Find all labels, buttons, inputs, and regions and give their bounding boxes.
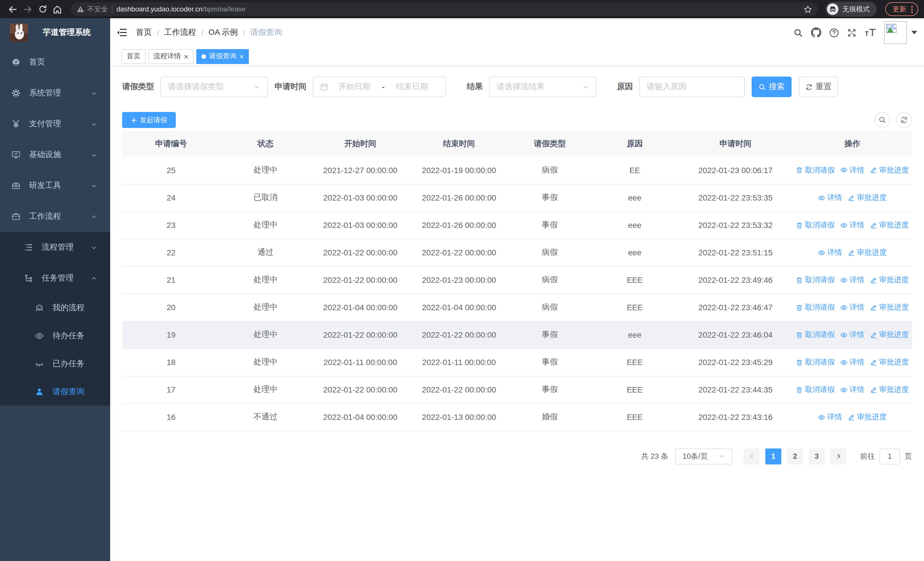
app-logo[interactable]: 芋道管理系统 (0, 18, 110, 47)
search-button[interactable]: 搜索 (752, 77, 792, 97)
table-row[interactable]: 20处理中2022-01-04 00:00:002022-01-04 00:00… (122, 294, 912, 321)
reset-button[interactable]: 重置 (799, 77, 838, 97)
action-progress-link[interactable]: 审批进度 (848, 193, 886, 203)
cell-actions: 详情审批进度 (793, 184, 912, 211)
address-bar[interactable]: 不安全 dashboard.yudao.iocoder.cn/bpm/oa/le… (71, 2, 818, 16)
sidebar-item-home[interactable]: 首页 (0, 47, 110, 78)
tab-home[interactable]: 首页 (122, 49, 146, 64)
action-detail-link[interactable]: 详情 (840, 357, 864, 367)
browser-back-icon[interactable] (8, 4, 18, 14)
cell-status: 处理中 (220, 266, 311, 294)
create-leave-button[interactable]: 发起请假 (122, 112, 176, 128)
goto-page-input[interactable]: 1 (879, 448, 900, 464)
action-progress-link[interactable]: 审批进度 (870, 302, 909, 313)
breadcrumb-item[interactable]: OA 示例 (208, 27, 238, 38)
action-cancel-link[interactable]: 取消请假 (796, 302, 835, 313)
table-row[interactable]: 21处理中2022-01-22 00:00:002022-01-23 00:00… (122, 266, 912, 294)
action-progress-link[interactable]: 审批进度 (870, 357, 909, 367)
close-icon[interactable]: × (184, 52, 188, 60)
page-button-3[interactable]: 3 (809, 448, 825, 464)
browser-forward-icon[interactable] (23, 4, 33, 14)
avatar-caret-icon[interactable] (912, 31, 917, 34)
table-row[interactable]: 23处理中2022-01-03 00:00:002022-01-26 00:00… (122, 211, 912, 239)
cell-end: 2022-01-22 00:00:00 (410, 321, 508, 349)
table-row[interactable]: 22通过2022-01-22 00:00:002022-01-22 00:00:… (122, 239, 912, 266)
end-date-placeholder: 结束日期 (386, 82, 438, 92)
chevron-down-icon (582, 83, 589, 90)
browser-reload-icon[interactable] (38, 4, 47, 14)
breadcrumb-item[interactable]: 工作流程 (164, 27, 196, 38)
bookmark-star-icon[interactable] (804, 5, 812, 14)
action-detail-link[interactable]: 详情 (818, 193, 842, 203)
action-progress-link[interactable]: 审批进度 (870, 220, 909, 230)
action-detail-link[interactable]: 详情 (818, 412, 842, 422)
sidebar-item-system[interactable]: 系统管理 (0, 78, 110, 108)
close-icon[interactable]: × (239, 52, 244, 60)
tab-leave-query[interactable]: 请假查询× (196, 49, 249, 64)
tab-process-detail[interactable]: 流程详情× (148, 49, 194, 64)
breadcrumb-item[interactable]: 首页 (136, 27, 152, 38)
table-row[interactable]: 18处理中2022-01-11 00:00:002022-01-11 00:00… (122, 349, 912, 376)
github-icon[interactable] (811, 27, 821, 38)
reason-input[interactable]: 请输入原因 (639, 77, 745, 97)
toggle-search-button[interactable] (874, 112, 890, 128)
action-detail-link[interactable]: 详情 (840, 275, 864, 285)
action-detail-link[interactable]: 详情 (840, 329, 864, 340)
leave-type-select[interactable]: 请选择请假类型 (160, 77, 268, 97)
sidebar-item-label: 研发工具 (29, 180, 61, 191)
browser-home-icon[interactable] (52, 4, 62, 14)
sidebar-toggle-icon[interactable] (117, 28, 127, 37)
pen-icon (870, 167, 878, 174)
table-row[interactable]: 19处理中2022-01-22 00:00:002022-01-22 00:00… (122, 321, 912, 349)
action-cancel-link[interactable]: 取消请假 (796, 165, 835, 175)
action-progress-link[interactable]: 审批进度 (870, 385, 909, 395)
action-progress-link[interactable]: 审批进度 (870, 329, 909, 340)
action-progress-link[interactable]: 审批进度 (870, 165, 909, 175)
browser-menu-kebab-icon[interactable] (911, 5, 913, 14)
action-cancel-link[interactable]: 取消请假 (796, 385, 835, 395)
action-cancel-link[interactable]: 取消请假 (796, 220, 835, 230)
action-detail-link[interactable]: 详情 (840, 165, 864, 175)
result-select[interactable]: 请选择流结果 (489, 77, 596, 97)
help-icon[interactable] (829, 28, 839, 38)
table-row[interactable]: 17处理中2022-01-22 00:00:002022-01-22 00:00… (122, 376, 912, 403)
action-detail-link[interactable]: 详情 (818, 247, 842, 258)
next-page-button[interactable] (830, 448, 846, 464)
prev-page-button[interactable] (744, 448, 760, 464)
sidebar-item-payment[interactable]: 支付管理 (0, 108, 110, 139)
action-progress-link[interactable]: 审批进度 (848, 412, 886, 422)
action-cancel-link[interactable]: 取消请假 (796, 329, 835, 340)
font-size-icon[interactable] (865, 28, 876, 37)
user-avatar[interactable] (884, 21, 907, 44)
fullscreen-icon[interactable] (847, 28, 856, 38)
header-search-icon[interactable] (793, 28, 803, 38)
table-row[interactable]: 16不通过2022-01-04 00:00:002022-01-13 00:00… (122, 403, 912, 431)
sidebar-item-devtools[interactable]: 研发工具 (0, 170, 110, 201)
action-progress-link[interactable]: 审批进度 (848, 247, 886, 258)
action-cancel-link[interactable]: 取消请假 (796, 357, 835, 367)
table-row[interactable]: 24已取消2022-01-03 00:00:002022-01-26 00:00… (122, 184, 912, 211)
table-row[interactable]: 25处理中2021-12-27 00:00:002022-01-19 00:00… (122, 156, 912, 184)
eye-sm-icon (840, 304, 848, 311)
sidebar-item-workflow[interactable]: 工作流程 (0, 201, 110, 232)
sidebar-item-done-tasks[interactable]: 已办任务 (0, 350, 110, 378)
sidebar-item-todo-tasks[interactable]: 待办任务 (0, 322, 110, 350)
browser-update-button[interactable]: 更新 (885, 2, 918, 16)
page-button-2[interactable]: 2 (787, 448, 803, 464)
page-button-1[interactable]: 1 (765, 448, 782, 464)
date-range-input[interactable]: 开始日期 - 结束日期 (313, 77, 446, 97)
action-cancel-link[interactable]: 取消请假 (796, 275, 835, 285)
cell-reason: EEE (591, 403, 678, 431)
action-detail-link[interactable]: 详情 (840, 220, 864, 230)
refresh-table-button[interactable] (896, 112, 912, 128)
page-size-select[interactable]: 10条/页 (675, 448, 732, 464)
action-detail-link[interactable]: 详情 (840, 385, 864, 395)
sidebar-item-leave-query[interactable]: 请假查询 (0, 378, 110, 406)
sidebar-item-infra[interactable]: 基础设施 (0, 139, 110, 170)
action-progress-link[interactable]: 审批进度 (870, 275, 909, 285)
sidebar-item-task-mgmt[interactable]: 任务管理 (0, 263, 110, 294)
sidebar-item-label: 首页 (29, 57, 45, 68)
sidebar-item-process-mgmt[interactable]: 流程管理 (0, 232, 110, 263)
action-detail-link[interactable]: 详情 (840, 302, 864, 313)
sidebar-item-my-process[interactable]: 我的流程 (0, 294, 110, 322)
